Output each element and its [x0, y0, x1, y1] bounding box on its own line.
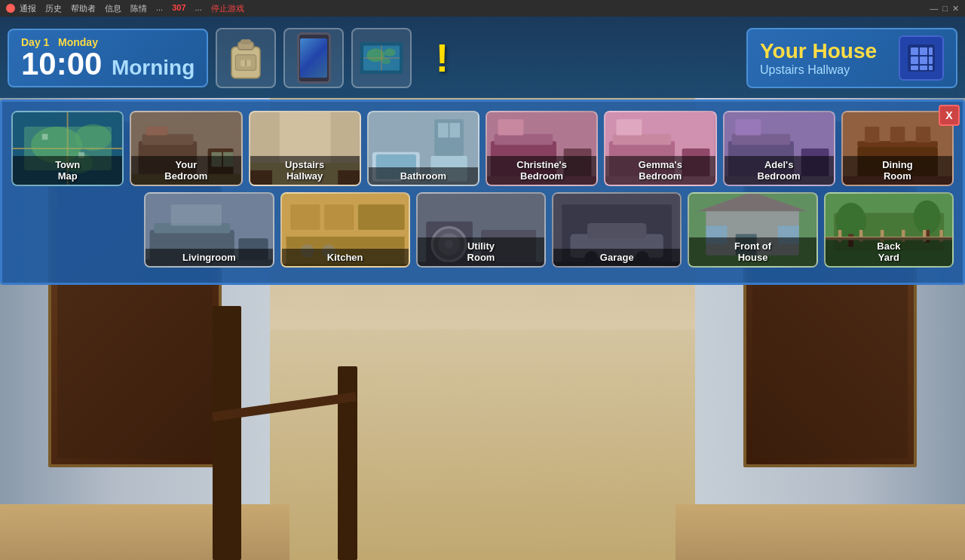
nav-label-kitchen: Kitchen — [282, 249, 409, 266]
svg-rect-54 — [498, 119, 524, 135]
nav-row-2: Livingroom Kitchen — [11, 192, 954, 268]
nav-card-back-yard[interactable]: BackYard — [824, 192, 954, 268]
svg-rect-74 — [916, 127, 930, 142]
menu-item-report[interactable]: 通报 — [20, 3, 36, 14]
location-panel: Your House Upstairs Hallway — [746, 28, 957, 88]
time-value: 10:00 — [21, 46, 102, 81]
minimize-icon[interactable]: — — [930, 4, 938, 14]
nav-card-town-map[interactable]: TownMap — [11, 111, 124, 186]
phone-button[interactable] — [283, 28, 344, 88]
menu-item-stop[interactable]: 停止游戏 — [211, 3, 244, 14]
nav-card-adels-bedroom[interactable]: Adel'sBedroom — [723, 111, 835, 186]
svg-rect-73 — [890, 127, 905, 142]
svg-rect-87 — [358, 204, 405, 230]
svg-point-117 — [913, 200, 940, 234]
svg-rect-14 — [911, 47, 918, 55]
alert-button[interactable]: ! — [419, 28, 464, 88]
menu-item-info[interactable]: 信息 — [105, 3, 121, 14]
menu-item-history[interactable]: 历史 — [45, 3, 62, 14]
svg-rect-59 — [613, 134, 671, 145]
svg-rect-20 — [911, 66, 918, 70]
nav-label-bathroom: Bathroom — [369, 167, 478, 185]
baseboard-left — [0, 504, 290, 560]
location-sub: Upstairs Hallway — [760, 63, 890, 77]
game-header: Day 1 Monday 10:00 Morning — [0, 17, 965, 99]
backpack-button[interactable] — [216, 28, 276, 88]
titlebar: 通报 历史 帮助者 信息 陈情 ... 307 ... 停止游戏 — □ ✕ — [0, 0, 965, 17]
backpack-icon — [223, 35, 268, 81]
svg-rect-22 — [929, 66, 933, 70]
nav-label-christines-bedroom: Christine'sBedroom — [487, 156, 596, 185]
nav-label-utility-room: UtilityRoom — [418, 237, 544, 266]
nav-card-christines-bedroom[interactable]: Christine'sBedroom — [486, 111, 598, 186]
nav-card-gemmas-bedroom[interactable]: Gemma'sBedroom — [604, 111, 716, 186]
nav-card-bathroom[interactable]: Bathroom — [367, 111, 479, 186]
svg-rect-66 — [735, 119, 761, 135]
location-text: Your House Upstairs Hallway — [760, 39, 890, 77]
period-value: Morning — [112, 56, 195, 79]
svg-rect-49 — [438, 123, 449, 137]
close-icon[interactable]: ✕ — [952, 4, 959, 14]
nav-overlay: X TownMap — [0, 99, 965, 285]
svg-rect-60 — [617, 119, 642, 135]
nav-label-dining-room: DiningRoom — [843, 156, 952, 185]
svg-rect-21 — [920, 66, 927, 70]
svg-rect-86 — [324, 204, 354, 230]
menu-item-number[interactable]: 307 — [172, 3, 185, 14]
close-nav-button[interactable]: X — [939, 105, 960, 126]
menu-item-help[interactable]: 帮助者 — [71, 3, 96, 14]
svg-rect-15 — [920, 47, 927, 55]
nav-card-your-bedroom[interactable]: YourBedroom — [130, 111, 242, 186]
map-icon — [359, 35, 404, 81]
nav-card-garage[interactable]: Garage — [552, 192, 682, 268]
svg-rect-17 — [911, 57, 918, 64]
svg-rect-16 — [929, 47, 933, 55]
menu-item-dots2[interactable]: ... — [195, 3, 202, 14]
svg-rect-50 — [449, 123, 460, 137]
svg-point-9 — [384, 48, 396, 57]
svg-rect-2 — [240, 39, 251, 44]
location-name: Your House — [760, 39, 890, 63]
svg-rect-34 — [146, 127, 168, 136]
nav-label-garage: Garage — [553, 249, 680, 266]
nav-label-back-yard: BackYard — [826, 237, 952, 266]
baseboard-right — [676, 504, 965, 560]
svg-rect-65 — [731, 134, 789, 145]
svg-rect-19 — [929, 57, 933, 64]
map-button[interactable] — [351, 28, 412, 88]
svg-point-10 — [381, 57, 391, 64]
maximize-icon[interactable]: □ — [942, 4, 948, 14]
nav-label-upstairs-hallway: UpstairsHallway — [250, 156, 360, 185]
nav-label-your-bedroom: YourBedroom — [131, 156, 240, 185]
titlebar-menu: 通报 历史 帮助者 信息 陈情 ... 307 ... 停止游戏 — [20, 3, 244, 14]
nav-card-dining-room[interactable]: DiningRoom — [841, 111, 954, 186]
svg-rect-33 — [142, 134, 194, 145]
svg-rect-5 — [245, 60, 247, 67]
nav-row-1: TownMap YourBedroom — [11, 111, 954, 186]
nav-label-front-of-house: Front ofHouse — [689, 237, 816, 266]
svg-rect-85 — [290, 204, 320, 230]
nav-card-kitchen[interactable]: Kitchen — [280, 192, 410, 268]
svg-rect-101 — [587, 223, 647, 238]
phone-icon — [297, 32, 331, 84]
time-display: Day 1 Monday 10:00 Morning — [8, 29, 208, 87]
titlebar-controls: — □ ✕ — [930, 4, 959, 14]
svg-rect-29 — [42, 134, 48, 140]
nav-card-upstairs-hallway[interactable]: UpstairsHallway — [249, 111, 361, 186]
svg-rect-18 — [920, 57, 927, 64]
menu-item-dots[interactable]: ... — [156, 3, 163, 14]
nav-label-gemmas-bedroom: Gemma'sBedroom — [605, 156, 715, 185]
nav-label-livingroom: Livingroom — [146, 249, 272, 266]
railing-post-left — [213, 306, 241, 560]
svg-point-25 — [75, 124, 111, 151]
nav-card-livingroom[interactable]: Livingroom — [144, 192, 274, 268]
svg-rect-72 — [865, 127, 879, 142]
house-icon — [899, 35, 944, 81]
close-window-icon[interactable] — [6, 4, 15, 13]
nav-label-town-map: TownMap — [13, 156, 122, 185]
nav-card-front-of-house[interactable]: Front ofHouse — [688, 192, 817, 268]
nav-card-utility-room[interactable]: UtilityRoom — [416, 192, 546, 268]
nav-label-adels-bedroom: Adel'sBedroom — [725, 156, 834, 185]
svg-rect-53 — [495, 134, 553, 145]
menu-item-petition[interactable]: 陈情 — [130, 3, 147, 14]
